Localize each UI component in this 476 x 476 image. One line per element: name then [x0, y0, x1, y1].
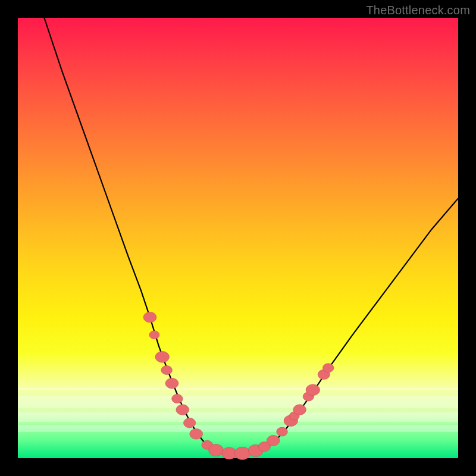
marker-dot — [149, 331, 159, 339]
marker-dot — [306, 384, 320, 396]
marker-dot — [155, 351, 169, 362]
watermark-text: TheBottleneck.com — [366, 4, 470, 17]
chart-frame: TheBottleneck.com — [0, 0, 476, 476]
marker-dot — [277, 427, 288, 436]
marker-dot — [209, 444, 224, 456]
marker-dot — [165, 378, 178, 389]
bottleneck-curve — [44, 18, 458, 454]
marker-dot — [234, 447, 250, 459]
marker-dot — [190, 429, 203, 440]
marker-dot — [293, 405, 306, 415]
curve-layer — [18, 18, 458, 458]
marker-dot — [184, 418, 196, 428]
marker-dot — [222, 447, 237, 459]
marker-dot — [176, 405, 189, 415]
marker-dot — [161, 366, 173, 375]
marker-dot — [322, 364, 334, 372]
marker-dot — [172, 394, 183, 403]
curve-markers — [143, 312, 334, 459]
marker-dot — [267, 436, 280, 446]
marker-dot — [143, 312, 156, 322]
